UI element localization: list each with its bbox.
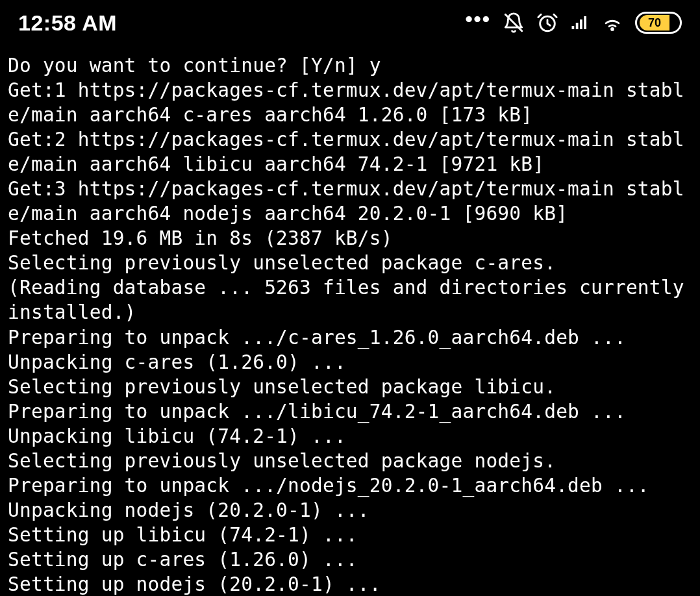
signal-icon (570, 13, 590, 32)
svg-rect-7 (584, 16, 586, 29)
terminal-output[interactable]: Do you want to continue? [Y/n] y Get:1 h… (0, 45, 700, 596)
svg-line-2 (538, 14, 541, 17)
svg-rect-6 (580, 19, 582, 29)
status-icons: ••• (465, 12, 682, 34)
alarm-icon (536, 12, 558, 34)
status-bar: 12:58 AM ••• (0, 0, 700, 45)
more-dots-icon: ••• (465, 8, 491, 29)
svg-line-3 (554, 14, 556, 17)
battery-level: 70 (640, 15, 669, 31)
svg-point-8 (612, 29, 614, 31)
svg-rect-5 (576, 23, 579, 29)
status-time: 12:58 AM (18, 10, 117, 36)
bell-muted-icon (503, 12, 525, 34)
wifi-icon (601, 12, 623, 34)
svg-rect-4 (572, 26, 575, 29)
battery-indicator: 70 (635, 12, 682, 34)
